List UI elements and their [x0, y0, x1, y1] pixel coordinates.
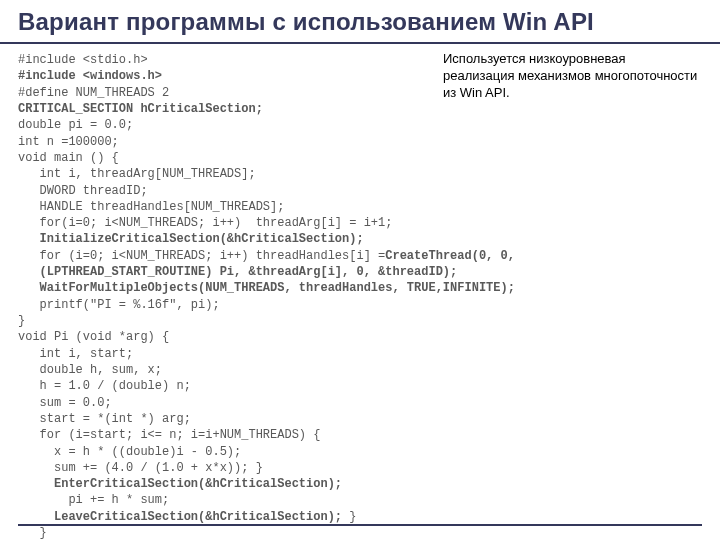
code-line: HANDLE threadHandles[NUM_THREADS];	[18, 200, 284, 214]
annotation-text: Используется низкоуровневая реализация м…	[443, 50, 698, 101]
code-line: CRITICAL_SECTION hCriticalSection;	[18, 102, 263, 116]
code-line: WaitForMultipleObjects(NUM_THREADS, thre…	[18, 281, 515, 295]
code-line: }	[18, 314, 25, 328]
code-line: CreateThread(0, 0,	[385, 249, 515, 263]
code-line: void Pi (void *arg) {	[18, 330, 169, 344]
code-line: for(i=0; i<NUM_THREADS; i++) threadArg[i…	[18, 216, 392, 230]
code-line: #define NUM_THREADS 2	[18, 86, 169, 100]
code-line: InitializeCriticalSection(&hCriticalSect…	[18, 232, 364, 246]
code-line: start = *(int *) arg;	[18, 412, 191, 426]
code-line: }	[18, 526, 47, 540]
code-line: LeaveCriticalSection(&hCriticalSection);	[18, 510, 342, 524]
code-line: EnterCriticalSection(&hCriticalSection);	[18, 477, 342, 491]
footer-divider	[18, 524, 702, 526]
code-line: printf("PI = %.16f", pi);	[18, 298, 220, 312]
code-line: #include <stdio.h>	[18, 53, 148, 67]
content-area: #include <stdio.h> #include <windows.h> …	[0, 44, 720, 540]
code-line: x = h * ((double)i - 0.5);	[18, 445, 241, 459]
code-line: double pi = 0.0;	[18, 118, 133, 132]
code-line: int i, start;	[18, 347, 133, 361]
code-line: double h, sum, x;	[18, 363, 162, 377]
code-line: pi += h * sum;	[18, 493, 169, 507]
code-line: }	[342, 510, 356, 524]
code-line: for (i=0; i<NUM_THREADS; i++) threadHand…	[18, 249, 385, 263]
code-block: #include <stdio.h> #include <windows.h> …	[18, 52, 515, 540]
code-line: void main () {	[18, 151, 119, 165]
code-line: #include <windows.h>	[18, 69, 162, 83]
code-line: for (i=start; i<= n; i=i+NUM_THREADS) {	[18, 428, 320, 442]
code-line: sum += (4.0 / (1.0 + x*x)); }	[18, 461, 263, 475]
code-line: sum = 0.0;	[18, 396, 112, 410]
code-line: (LPTHREAD_START_ROUTINE) Pi, &threadArg[…	[18, 265, 457, 279]
code-line: DWORD threadID;	[18, 184, 148, 198]
code-line: int n =100000;	[18, 135, 119, 149]
slide-title: Вариант программы c использованием Win A…	[0, 0, 720, 44]
code-line: int i, threadArg[NUM_THREADS];	[18, 167, 256, 181]
code-line: h = 1.0 / (double) n;	[18, 379, 191, 393]
